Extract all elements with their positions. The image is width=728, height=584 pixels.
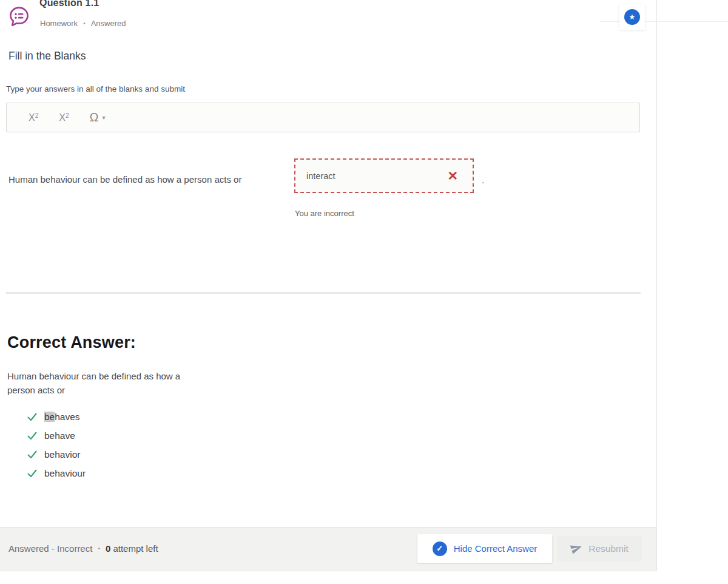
paper-plane-icon (569, 540, 584, 555)
resubmit-button[interactable]: Resubmit (557, 536, 642, 562)
answer-input[interactable] (295, 171, 447, 181)
check-icon (27, 430, 38, 441)
question-title: Question 1.1 (39, 0, 99, 8)
instructions-text: Type your answers in all of the blanks a… (6, 84, 185, 93)
page: Question 1.1 Homework • Answered Fill in… (0, 0, 728, 584)
hide-correct-answer-button[interactable]: ✓ Hide Correct Answer (417, 534, 552, 563)
section-divider (6, 292, 641, 294)
subscript-small: 2 (35, 112, 39, 119)
answer-text: behaves (44, 412, 80, 423)
answer-text: behaviour (44, 468, 86, 479)
right-panel-topline (599, 21, 728, 22)
correct-answer-item: behaves (27, 407, 86, 426)
superscript-small: 2 (66, 112, 69, 119)
correct-answer-list: behaves behave behavior behaviour (27, 407, 86, 483)
correct-answer-item: behave (27, 426, 86, 445)
answer-text-rest: haves (55, 412, 79, 422)
favorite-star-button[interactable]: ★ (619, 4, 645, 30)
correct-answer-item: behaviour (27, 464, 86, 483)
question-status-label: Answered (91, 19, 126, 28)
correct-answer-prompt-line1: Human behaviour can be defined as how a (7, 369, 180, 383)
question-type-label: Homework (40, 19, 78, 28)
resubmit-label: Resubmit (588, 543, 628, 554)
answer-blank-box: ✕ (294, 158, 474, 193)
correct-answer-prompt-line2: person acts or (7, 383, 180, 397)
question-bubble-icon (8, 5, 30, 28)
chevron-down-icon: ▾ (102, 114, 105, 121)
answer-text-highlight: be (44, 412, 55, 422)
answer-text-rest: behave (44, 430, 75, 441)
hide-correct-answer-label: Hide Correct Answer (454, 543, 538, 554)
sentence-period: . (482, 175, 484, 185)
answer-text: behavior (44, 449, 80, 460)
bullet-separator-icon: • (98, 546, 100, 552)
question-footer: Answered - Incorrect • 0 attempt left ✓ … (0, 527, 656, 571)
status-text: Answered - Incorrect (8, 543, 92, 554)
question-prompt: Human behaviour can be defined as how a … (8, 174, 241, 185)
check-circle-icon: ✓ (433, 542, 447, 556)
attempts-left-text: 0 attempt left (106, 543, 158, 554)
bullet-separator-icon: • (83, 21, 86, 27)
answer-text: behave (44, 430, 75, 441)
attempts-count: 0 (106, 543, 110, 554)
check-icon (27, 449, 38, 460)
superscript-base: X (59, 112, 66, 123)
subscript-button[interactable]: X2 (22, 109, 44, 127)
correct-answer-item: behavior (27, 445, 86, 464)
subscript-base: X (29, 112, 35, 123)
attempts-label: attempt left (110, 543, 158, 554)
star-icon: ★ (624, 9, 640, 25)
correct-answer-prompt: Human behaviour can be defined as how a … (7, 369, 180, 397)
correct-answer-heading: Correct Answer: (7, 333, 136, 352)
omega-icon: Ω (89, 110, 98, 124)
special-characters-button[interactable]: Ω ▾ (83, 107, 111, 128)
question-card: Question 1.1 Homework • Answered Fill in… (0, 0, 657, 571)
check-icon (27, 468, 38, 479)
question-subtitle: Homework • Answered (40, 19, 126, 28)
incorrect-x-icon: ✕ (447, 169, 473, 182)
superscript-button[interactable]: X2 (53, 109, 75, 127)
answer-text-rest: behaviour (44, 468, 86, 478)
answer-text-rest: behavior (44, 449, 80, 460)
footer-status: Answered - Incorrect • 0 attempt left (8, 543, 158, 554)
check-icon (27, 412, 38, 423)
fill-in-blanks-heading: Fill in the Blanks (8, 50, 86, 63)
incorrect-feedback-text: You are incorrect (295, 209, 354, 218)
editor-toolbar: X2 X2 Ω ▾ (6, 103, 640, 132)
